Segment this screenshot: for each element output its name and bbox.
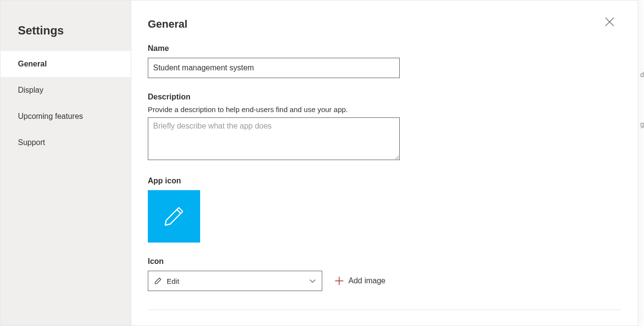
sidebar-item-display[interactable]: Display bbox=[0, 77, 131, 103]
sidebar-item-label: General bbox=[18, 60, 47, 68]
name-input[interactable] bbox=[148, 58, 400, 78]
sidebar-title: Settings bbox=[0, 0, 131, 51]
plus-icon bbox=[335, 277, 344, 285]
svg-line-2 bbox=[177, 210, 181, 213]
icon-section: Icon Edit Add image bbox=[148, 257, 621, 291]
close-icon bbox=[605, 17, 614, 27]
settings-sidebar: Settings General Display Upcoming featur… bbox=[0, 0, 131, 326]
close-button[interactable] bbox=[601, 13, 618, 31]
icon-select[interactable]: Edit bbox=[148, 271, 322, 291]
section-divider bbox=[148, 310, 621, 310]
add-image-label: Add image bbox=[348, 277, 386, 285]
sidebar-item-general[interactable]: General bbox=[0, 51, 131, 77]
description-help-text: Provide a description to help end-users … bbox=[148, 105, 621, 114]
description-section: Description Provide a description to hel… bbox=[148, 93, 621, 162]
icon-select-value: Edit bbox=[167, 277, 304, 285]
sidebar-item-upcoming-features[interactable]: Upcoming features bbox=[0, 103, 131, 130]
pencil-icon bbox=[162, 205, 186, 228]
edit-icon bbox=[154, 277, 162, 285]
name-label: Name bbox=[148, 44, 621, 53]
description-label: Description bbox=[148, 93, 621, 101]
settings-main-panel: General Name Description Provide a descr… bbox=[131, 0, 638, 326]
name-section: Name bbox=[148, 44, 621, 78]
icon-select-label: Icon bbox=[148, 257, 621, 266]
background-fragment: g bbox=[640, 120, 644, 128]
sidebar-item-label: Support bbox=[18, 138, 45, 147]
sidebar-item-label: Upcoming features bbox=[18, 112, 83, 120]
page-title: General bbox=[148, 18, 621, 31]
chevron-down-icon bbox=[309, 277, 316, 284]
sidebar-item-support[interactable]: Support bbox=[0, 130, 131, 156]
sidebar-item-label: Display bbox=[18, 86, 43, 94]
add-image-button[interactable]: Add image bbox=[331, 274, 390, 288]
settings-panel: Settings General Display Upcoming featur… bbox=[0, 0, 638, 326]
app-icon-preview[interactable] bbox=[148, 190, 200, 243]
background-fragment: d bbox=[640, 71, 644, 79]
app-icon-section: App icon bbox=[148, 177, 621, 243]
description-textarea[interactable] bbox=[148, 117, 400, 160]
app-icon-label: App icon bbox=[148, 177, 621, 185]
